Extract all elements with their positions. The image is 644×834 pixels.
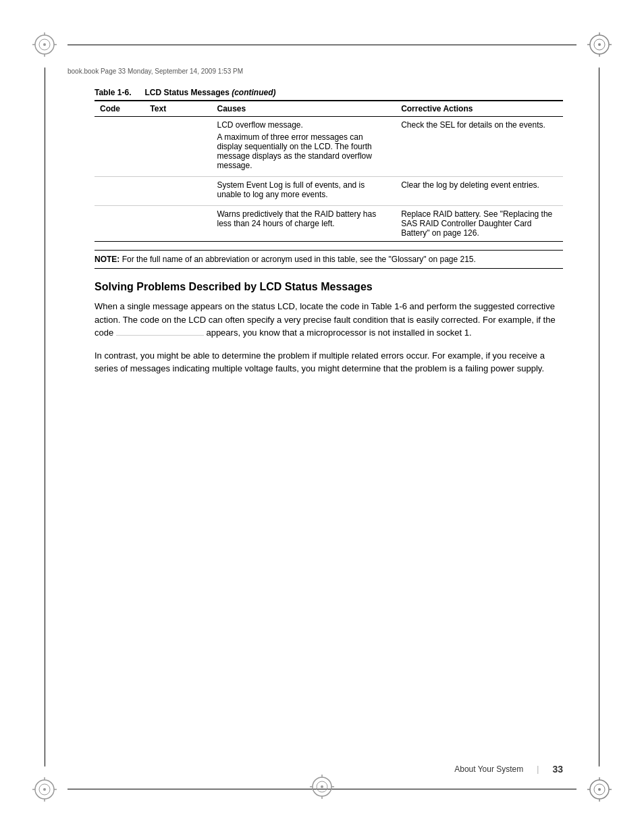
header-breadcrumb: book.book Page 33 Monday, September 14, … <box>68 68 243 75</box>
table-label: Table 1-6. <box>95 88 131 97</box>
footer-separator: | <box>537 764 539 774</box>
table-row: LCD overflow message.A maximum of three … <box>95 117 563 177</box>
svg-point-24 <box>598 788 601 791</box>
table-title: LCD Status Messages <box>144 88 229 97</box>
corner-decoration-bl <box>32 777 57 802</box>
header-bar: book.book Page 33 Monday, September 14, … <box>68 68 576 75</box>
svg-point-17 <box>43 788 46 791</box>
border-line-left <box>45 68 45 766</box>
svg-point-2 <box>43 43 46 46</box>
col-header-text: Text <box>144 101 211 117</box>
note-label: NOTE: <box>95 255 119 264</box>
bottom-center-decoration <box>310 775 334 802</box>
cell-causes: Warns predictively that the RAID battery… <box>211 206 396 242</box>
cell-causes: LCD overflow message.A maximum of three … <box>211 117 396 177</box>
note-text: For the full name of an abbreviation or … <box>122 255 476 264</box>
col-header-code: Code <box>95 101 144 117</box>
cell-actions: Check the SEL for details on the events. <box>396 117 563 177</box>
cell-causes: System Event Log is full of events, and … <box>211 177 396 206</box>
corner-decoration-br <box>587 777 612 802</box>
table-row: System Event Log is full of events, and … <box>95 177 563 206</box>
table-continued: (continued) <box>232 88 275 97</box>
body-paragraph-2: In contrast, you might be able to determ… <box>95 349 563 375</box>
col-header-actions: Corrective Actions <box>396 101 563 117</box>
table-caption: Table 1-6. LCD Status Messages (continue… <box>95 88 563 97</box>
cell-text <box>144 117 211 177</box>
svg-point-31 <box>321 785 323 788</box>
cell-actions: Replace RAID battery. See "Replacing the… <box>396 206 563 242</box>
table-row: Warns predictively that the RAID battery… <box>95 206 563 242</box>
cell-code <box>95 117 144 177</box>
section-heading: Solving Problems Described by LCD Status… <box>95 281 563 293</box>
col-header-causes: Causes <box>211 101 396 117</box>
lcd-status-table: Code Text Causes Corrective Actions LCD … <box>95 100 563 242</box>
corner-decoration-tr <box>587 32 612 57</box>
footer-section-title: About Your System <box>454 764 523 774</box>
footer-page-number: 33 <box>552 764 563 775</box>
cell-text <box>144 206 211 242</box>
page: book.book Page 33 Monday, September 14, … <box>0 0 644 834</box>
cell-actions: Clear the log by deleting event entries. <box>396 177 563 206</box>
cell-code <box>95 177 144 206</box>
main-content: Table 1-6. LCD Status Messages (continue… <box>95 88 563 753</box>
cell-code <box>95 206 144 242</box>
note-box: NOTE: For the full name of an abbreviati… <box>95 250 563 269</box>
body-paragraph-1: When a single message appears on the sta… <box>95 300 563 340</box>
border-line-top <box>68 45 576 45</box>
svg-point-9 <box>598 43 601 46</box>
cell-text <box>144 177 211 206</box>
corner-decoration-tl <box>32 32 57 57</box>
footer: About Your System | 33 <box>95 764 563 775</box>
border-line-right <box>599 68 599 766</box>
